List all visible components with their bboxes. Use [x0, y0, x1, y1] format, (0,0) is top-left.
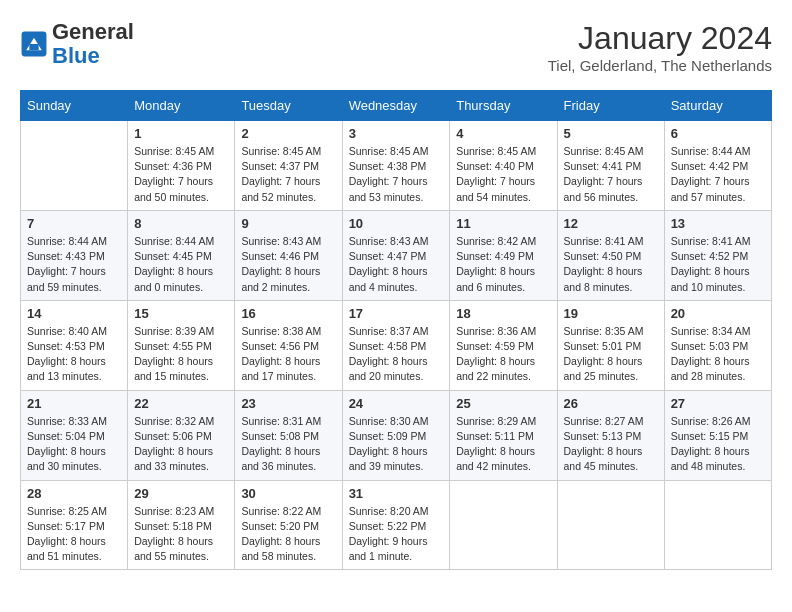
day-number: 30 [241, 486, 335, 501]
logo: General Blue [20, 20, 134, 68]
day-number: 27 [671, 396, 765, 411]
logo-text: General Blue [52, 20, 134, 68]
weekday-wednesday: Wednesday [342, 91, 450, 121]
month-title: January 2024 [548, 20, 772, 57]
day-number: 21 [27, 396, 121, 411]
day-cell: 5Sunrise: 8:45 AMSunset: 4:41 PMDaylight… [557, 121, 664, 211]
day-cell: 8Sunrise: 8:44 AMSunset: 4:45 PMDaylight… [128, 210, 235, 300]
day-info: Sunrise: 8:44 AMSunset: 4:42 PMDaylight:… [671, 144, 765, 205]
day-info: Sunrise: 8:42 AMSunset: 4:49 PMDaylight:… [456, 234, 550, 295]
day-cell: 18Sunrise: 8:36 AMSunset: 4:59 PMDayligh… [450, 300, 557, 390]
day-cell: 12Sunrise: 8:41 AMSunset: 4:50 PMDayligh… [557, 210, 664, 300]
day-number: 9 [241, 216, 335, 231]
day-info: Sunrise: 8:31 AMSunset: 5:08 PMDaylight:… [241, 414, 335, 475]
day-cell: 2Sunrise: 8:45 AMSunset: 4:37 PMDaylight… [235, 121, 342, 211]
logo-general: General [52, 19, 134, 44]
day-info: Sunrise: 8:43 AMSunset: 4:47 PMDaylight:… [349, 234, 444, 295]
day-cell [21, 121, 128, 211]
logo-icon [20, 30, 48, 58]
weekday-tuesday: Tuesday [235, 91, 342, 121]
day-cell: 13Sunrise: 8:41 AMSunset: 4:52 PMDayligh… [664, 210, 771, 300]
day-cell: 25Sunrise: 8:29 AMSunset: 5:11 PMDayligh… [450, 390, 557, 480]
day-info: Sunrise: 8:39 AMSunset: 4:55 PMDaylight:… [134, 324, 228, 385]
header: General Blue January 2024 Tiel, Gelderla… [20, 20, 772, 74]
day-number: 16 [241, 306, 335, 321]
day-cell: 11Sunrise: 8:42 AMSunset: 4:49 PMDayligh… [450, 210, 557, 300]
day-info: Sunrise: 8:44 AMSunset: 4:45 PMDaylight:… [134, 234, 228, 295]
day-cell: 22Sunrise: 8:32 AMSunset: 5:06 PMDayligh… [128, 390, 235, 480]
day-number: 3 [349, 126, 444, 141]
weekday-sunday: Sunday [21, 91, 128, 121]
day-number: 6 [671, 126, 765, 141]
weekday-friday: Friday [557, 91, 664, 121]
week-row-4: 21Sunrise: 8:33 AMSunset: 5:04 PMDayligh… [21, 390, 772, 480]
day-cell: 6Sunrise: 8:44 AMSunset: 4:42 PMDaylight… [664, 121, 771, 211]
day-cell: 20Sunrise: 8:34 AMSunset: 5:03 PMDayligh… [664, 300, 771, 390]
day-info: Sunrise: 8:45 AMSunset: 4:36 PMDaylight:… [134, 144, 228, 205]
calendar-table: SundayMondayTuesdayWednesdayThursdayFrid… [20, 90, 772, 570]
day-number: 23 [241, 396, 335, 411]
day-info: Sunrise: 8:20 AMSunset: 5:22 PMDaylight:… [349, 504, 444, 565]
weekday-saturday: Saturday [664, 91, 771, 121]
day-number: 22 [134, 396, 228, 411]
day-number: 4 [456, 126, 550, 141]
day-number: 20 [671, 306, 765, 321]
logo-blue: Blue [52, 43, 100, 68]
day-cell: 27Sunrise: 8:26 AMSunset: 5:15 PMDayligh… [664, 390, 771, 480]
day-info: Sunrise: 8:36 AMSunset: 4:59 PMDaylight:… [456, 324, 550, 385]
day-cell: 19Sunrise: 8:35 AMSunset: 5:01 PMDayligh… [557, 300, 664, 390]
day-cell: 10Sunrise: 8:43 AMSunset: 4:47 PMDayligh… [342, 210, 450, 300]
day-info: Sunrise: 8:45 AMSunset: 4:37 PMDaylight:… [241, 144, 335, 205]
week-row-1: 1Sunrise: 8:45 AMSunset: 4:36 PMDaylight… [21, 121, 772, 211]
day-info: Sunrise: 8:30 AMSunset: 5:09 PMDaylight:… [349, 414, 444, 475]
day-number: 14 [27, 306, 121, 321]
svg-rect-2 [29, 44, 38, 50]
weekday-thursday: Thursday [450, 91, 557, 121]
day-info: Sunrise: 8:32 AMSunset: 5:06 PMDaylight:… [134, 414, 228, 475]
day-cell: 31Sunrise: 8:20 AMSunset: 5:22 PMDayligh… [342, 480, 450, 570]
day-number: 26 [564, 396, 658, 411]
day-info: Sunrise: 8:35 AMSunset: 5:01 PMDaylight:… [564, 324, 658, 385]
day-info: Sunrise: 8:41 AMSunset: 4:52 PMDaylight:… [671, 234, 765, 295]
day-info: Sunrise: 8:37 AMSunset: 4:58 PMDaylight:… [349, 324, 444, 385]
day-cell: 14Sunrise: 8:40 AMSunset: 4:53 PMDayligh… [21, 300, 128, 390]
day-cell: 30Sunrise: 8:22 AMSunset: 5:20 PMDayligh… [235, 480, 342, 570]
day-number: 18 [456, 306, 550, 321]
day-number: 1 [134, 126, 228, 141]
day-number: 11 [456, 216, 550, 231]
day-cell: 3Sunrise: 8:45 AMSunset: 4:38 PMDaylight… [342, 121, 450, 211]
day-info: Sunrise: 8:27 AMSunset: 5:13 PMDaylight:… [564, 414, 658, 475]
day-cell: 4Sunrise: 8:45 AMSunset: 4:40 PMDaylight… [450, 121, 557, 211]
day-number: 5 [564, 126, 658, 141]
day-cell: 16Sunrise: 8:38 AMSunset: 4:56 PMDayligh… [235, 300, 342, 390]
day-number: 17 [349, 306, 444, 321]
location-title: Tiel, Gelderland, The Netherlands [548, 57, 772, 74]
day-number: 15 [134, 306, 228, 321]
day-cell [664, 480, 771, 570]
day-number: 31 [349, 486, 444, 501]
day-number: 10 [349, 216, 444, 231]
day-cell: 9Sunrise: 8:43 AMSunset: 4:46 PMDaylight… [235, 210, 342, 300]
day-cell: 23Sunrise: 8:31 AMSunset: 5:08 PMDayligh… [235, 390, 342, 480]
day-number: 29 [134, 486, 228, 501]
day-info: Sunrise: 8:43 AMSunset: 4:46 PMDaylight:… [241, 234, 335, 295]
day-number: 13 [671, 216, 765, 231]
day-cell: 24Sunrise: 8:30 AMSunset: 5:09 PMDayligh… [342, 390, 450, 480]
title-area: January 2024 Tiel, Gelderland, The Nethe… [548, 20, 772, 74]
day-cell: 29Sunrise: 8:23 AMSunset: 5:18 PMDayligh… [128, 480, 235, 570]
day-cell: 17Sunrise: 8:37 AMSunset: 4:58 PMDayligh… [342, 300, 450, 390]
day-number: 8 [134, 216, 228, 231]
day-info: Sunrise: 8:34 AMSunset: 5:03 PMDaylight:… [671, 324, 765, 385]
day-number: 28 [27, 486, 121, 501]
day-cell: 28Sunrise: 8:25 AMSunset: 5:17 PMDayligh… [21, 480, 128, 570]
day-info: Sunrise: 8:45 AMSunset: 4:41 PMDaylight:… [564, 144, 658, 205]
day-info: Sunrise: 8:25 AMSunset: 5:17 PMDaylight:… [27, 504, 121, 565]
day-cell: 15Sunrise: 8:39 AMSunset: 4:55 PMDayligh… [128, 300, 235, 390]
day-info: Sunrise: 8:33 AMSunset: 5:04 PMDaylight:… [27, 414, 121, 475]
day-cell: 7Sunrise: 8:44 AMSunset: 4:43 PMDaylight… [21, 210, 128, 300]
day-number: 19 [564, 306, 658, 321]
week-row-2: 7Sunrise: 8:44 AMSunset: 4:43 PMDaylight… [21, 210, 772, 300]
day-info: Sunrise: 8:40 AMSunset: 4:53 PMDaylight:… [27, 324, 121, 385]
day-cell: 1Sunrise: 8:45 AMSunset: 4:36 PMDaylight… [128, 121, 235, 211]
day-info: Sunrise: 8:45 AMSunset: 4:38 PMDaylight:… [349, 144, 444, 205]
